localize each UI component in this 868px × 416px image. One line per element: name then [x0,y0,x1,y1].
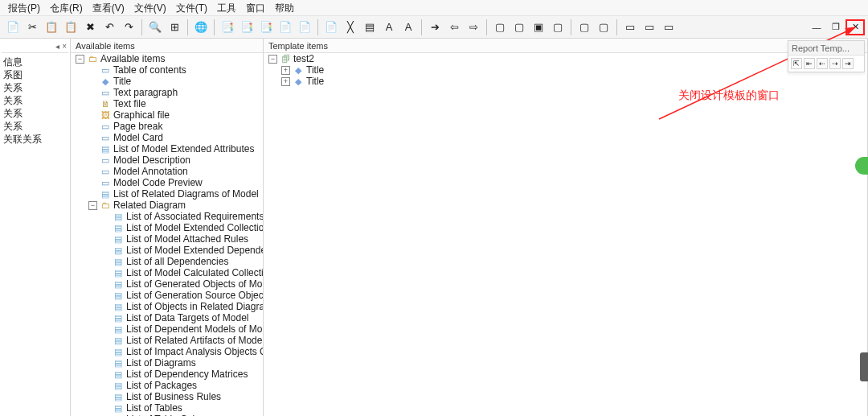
report-template-tool-button[interactable]: ⇠ [817,58,828,69]
tree-node[interactable]: ▤List of Related Diagrams of Model [87,188,263,200]
tree-node[interactable]: ▤List of Model Extended Attributes [87,143,263,154]
window-close-button[interactable]: ✕ [845,19,865,35]
toolbar-button[interactable]: ▢ [510,19,528,36]
toolbar-button[interactable]: 🔍 [146,19,164,36]
left-browser-close-icon[interactable]: ◂ × [55,42,67,51]
toolbar-button[interactable]: ↶ [100,19,118,36]
tree-node[interactable]: ▭Table of contents [87,64,263,76]
toolbar-button[interactable]: ↷ [120,19,137,36]
toolbar-button[interactable]: ✂ [23,19,41,36]
tree-node[interactable]: ▤List of Model Extended Collections [100,222,263,233]
toolbar-button[interactable]: 📑 [219,19,236,36]
toolbar-button[interactable]: ⇨ [465,19,482,36]
menu-item[interactable]: 报告(P) [3,0,45,15]
available-items-tree[interactable]: −🗀Available items▭Table of contents◆Titl… [71,53,263,416]
left-browser-item[interactable]: 关系 [2,81,68,94]
report-template-tool-button[interactable]: ⇢ [829,58,841,69]
toolbar-button[interactable]: ▢ [575,19,593,36]
tree-node[interactable]: ▤List of Generated Objects of Model [100,278,263,290]
tree-node[interactable]: ▤List of Packages [100,380,263,391]
tree-node[interactable]: ▤List of Model Calculated Collections [100,267,263,278]
tree-toggle-icon[interactable]: + [281,66,290,75]
left-browser-item[interactable]: 信息 [2,56,68,68]
report-template-tool-button[interactable]: ⇥ [842,58,854,69]
tree-toggle-icon[interactable]: − [268,55,277,64]
tree-node[interactable]: ▭Text paragraph [87,87,263,98]
tree-node[interactable]: −🗀Available items [74,53,263,64]
toolbar-button[interactable]: ╳ [342,19,359,36]
toolbar-button[interactable]: ▢ [491,19,509,36]
tree-node[interactable]: −🗀Related Diagram [87,200,263,211]
report-template-tool-button[interactable]: ⇱ [791,58,802,69]
toolbar-button[interactable]: 🌐 [192,19,210,36]
tree-node[interactable]: ▤List of Model Attached Rules [100,233,263,245]
tree-node[interactable]: ▭Model Annotation [87,166,263,177]
toolbar-button[interactable]: ▭ [641,19,658,36]
toolbar-button[interactable]: ▣ [530,19,547,36]
toolbar-button[interactable]: ▢ [549,19,567,36]
tree-node[interactable]: ▤List of Related Artifacts of Model [100,335,263,346]
toolbar-button[interactable]: 📄 [4,19,22,36]
left-browser-item[interactable]: 关联关系 [2,133,68,146]
report-template-tool-window[interactable]: Report Temp... ⇱⇤⇠⇢⇥ [788,40,865,72]
toolbar-button[interactable]: ⊞ [166,19,183,36]
left-browser-item[interactable]: 关系 [2,94,68,107]
toolbar-button[interactable]: ➔ [426,19,444,36]
tree-node[interactable]: ▤List of Business Rules [100,391,263,402]
tree-node[interactable]: +◆Title [280,76,867,87]
left-browser-item[interactable]: 关系 [2,120,68,133]
tree-node[interactable]: ▤List of Objects in Related Diagrams of … [100,301,263,312]
toolbar-button[interactable]: 📄 [276,19,294,36]
tree-toggle-icon[interactable]: − [76,55,84,64]
tree-node[interactable]: ▭Model Code Preview [87,177,263,188]
left-browser-item[interactable]: 关系 [2,107,68,120]
menu-item[interactable]: 仓库(R) [45,0,88,15]
toolbar-button[interactable]: A [399,19,417,36]
menu-item[interactable]: 查看(V) [88,0,129,15]
template-items-tree[interactable]: −🗐test2+◆Title+◆Title [264,53,867,416]
tree-node[interactable]: 🗎Text file [87,98,263,109]
window-minimize-button[interactable]: — [807,19,826,35]
toolbar-button[interactable]: ▭ [621,19,639,36]
tree-toggle-icon[interactable]: + [281,77,290,86]
menu-item[interactable]: 工具 [212,0,241,15]
tree-node[interactable]: −🗐test2 [267,53,867,64]
tree-node[interactable]: ▤List of Data Targets of Model [100,312,263,323]
tree-node[interactable]: ▤List of Tables [100,402,263,414]
tree-node[interactable]: ▭Model Card [87,132,263,143]
toolbar-button[interactable]: 📑 [257,19,275,36]
tree-node[interactable]: ◆Title [87,76,263,87]
menu-item[interactable]: 文件(T) [171,0,212,15]
tree-node[interactable]: ▤List of Model Extended Dependencies [100,245,263,256]
tree-node[interactable]: ▤List of Associated Requirements of Mode… [100,211,263,222]
toolbar-button[interactable]: ✖ [81,19,99,36]
toolbar-button[interactable]: 📄 [296,19,313,36]
menu-item[interactable]: 帮助 [270,0,299,15]
toolbar-button[interactable]: ⇦ [445,19,463,36]
tree-node[interactable]: 🖼Graphical file [87,109,263,121]
tree-node[interactable]: +◆Title [280,64,867,76]
tree-node[interactable]: ▭Model Description [87,154,263,166]
toolbar-button[interactable]: ▤ [361,19,379,36]
window-restore-button[interactable]: ❐ [826,19,845,35]
tree-toggle-icon[interactable]: − [88,201,97,210]
toolbar-button[interactable]: 📑 [238,19,256,36]
toolbar-button[interactable]: A [380,19,398,36]
toolbar-button[interactable]: 📋 [43,19,60,36]
tree-node[interactable]: ▤List of Impact Analysis Objects Collect… [100,346,263,357]
toolbar-button[interactable]: 📋 [62,19,80,36]
tree-node[interactable]: ▤List of Diagrams [100,357,263,369]
tree-node[interactable]: ▭Page break [87,121,263,132]
left-browser-item[interactable]: 系图 [2,68,68,81]
toolbar-button[interactable]: ▭ [660,19,678,36]
tree-node-label: List of Model Extended Attributes [113,143,254,154]
menu-item[interactable]: 窗口 [241,0,270,15]
tree-node[interactable]: ▤List of Dependency Matrices [100,369,263,380]
menu-item[interactable]: 文件(V) [129,0,171,15]
report-template-tool-button[interactable]: ⇤ [804,58,815,69]
toolbar-button[interactable]: 📄 [322,19,340,36]
tree-node[interactable]: ▤List of Dependent Models of Model [100,323,263,335]
tree-node[interactable]: ▤List of Generation Source Objects of Mo… [100,290,263,301]
tree-node[interactable]: ▤List of all Dependencies [100,256,263,267]
toolbar-button[interactable]: ▢ [595,19,612,36]
